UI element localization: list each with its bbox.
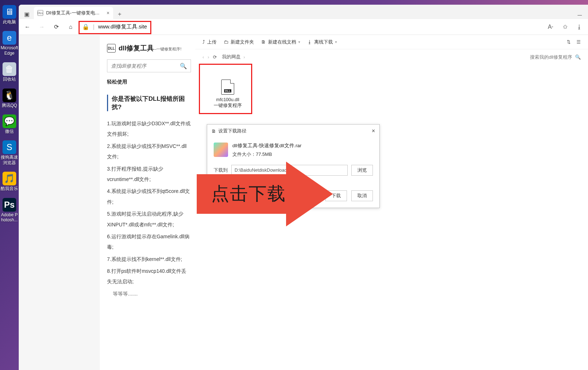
page-content: DLL dll修复工具--一键修复程序! 🔍 轻松使用 你是否被以下DLL报错所…: [19, 35, 588, 370]
upload-icon: ⤴: [202, 39, 205, 45]
app-icon: 🎵: [3, 172, 16, 185]
app-icon: e: [3, 31, 16, 45]
desktop-icon[interactable]: 🐧腾讯QQ: [0, 89, 19, 108]
download-dialog: 🗎 设置下载路径 × dll修复工具-快速修复dll文件.rar 文件大小：77…: [207, 124, 380, 208]
brand-title: dll修复工具: [119, 44, 154, 52]
app-icon: 🖥: [3, 5, 16, 19]
dialog-filename: dll修复工具-快速修复dll文件.rar: [232, 143, 302, 149]
brand-subtitle: --一键修复程序!: [154, 47, 181, 51]
app-label: Adobe Photosh...: [0, 212, 19, 223]
issues-etc: 等等等.......: [107, 291, 191, 297]
home-button[interactable]: ⌂: [64, 21, 77, 33]
new-tab-button[interactable]: ＋: [115, 9, 125, 19]
issue-item: 6.运行游戏时提示存在Gamelink.dll病毒;: [107, 231, 191, 253]
tab-close-icon[interactable]: ×: [107, 10, 110, 16]
app-icon: 💬: [3, 114, 16, 128]
desktop-icon[interactable]: 🎵酷我音乐: [0, 172, 19, 191]
offline-download-button[interactable]: ⭳离线下载▾: [307, 39, 337, 45]
dll-file-icon: DLL: [221, 80, 234, 95]
issue-item: 7.系统提示找不到kernel**.dll文件;: [107, 254, 191, 265]
app-icon: S: [3, 140, 16, 154]
desktop-icon[interactable]: eMicrosoft Edge: [0, 31, 19, 56]
app-label: Microsoft Edge: [0, 45, 19, 56]
bc-refresh-icon[interactable]: ⟳: [213, 54, 217, 60]
refresh-button[interactable]: ⟳: [50, 21, 63, 33]
site-search-input[interactable]: [111, 63, 180, 69]
read-aloud-icon[interactable]: A»: [544, 21, 557, 33]
app-icon: 🐧: [3, 89, 16, 102]
file-grid: DLL mfc100u.dll一键修复程序: [195, 64, 588, 123]
issues-list: 1.玩游戏时提示缺少D3DX**.dll文件或文件损坏;2.系统提示缺少或找不到…: [107, 118, 191, 287]
new-folder-button[interactable]: 🗀新建文件夹: [224, 39, 254, 45]
file-item[interactable]: DLL mfc100u.dll一键修复程序: [202, 69, 254, 118]
sort-icon[interactable]: ⇅: [567, 39, 571, 45]
app-label: 回收站: [3, 77, 16, 82]
folder-icon: 🗀: [224, 39, 228, 45]
issue-item: 8.打开ps软件时msvcp140.dll文件丢失无法启动;: [107, 266, 191, 287]
tab-title: Dll修复工具-一键修复电脑丢失D...: [46, 10, 104, 16]
dialog-titlebar: 🗎 设置下载路径 ×: [207, 125, 379, 137]
chevron-down-icon: ▾: [335, 40, 337, 44]
breadcrumb-path[interactable]: 我的网盘 ›: [222, 54, 245, 60]
app-label: 腾讯QQ: [2, 103, 17, 108]
desktop-icon[interactable]: 🗑回收站: [0, 62, 19, 82]
list-view-icon[interactable]: ☰: [576, 39, 581, 45]
cancel-button[interactable]: 取消: [351, 190, 373, 201]
back-button[interactable]: ←: [21, 21, 34, 33]
left-gutter: [19, 35, 100, 370]
site-left-column: DLL dll修复工具--一键修复程序! 🔍 轻松使用 你是否被以下DLL报错所…: [100, 35, 195, 370]
cloud-toolbar: ⤴上传 🗀新建文件夹 🗎新建在线文档▾ ⭳离线下载▾ ⇅ ☰: [195, 35, 588, 49]
issue-item: 3.打开程序报错,提示缺少vcruntime**.dll文件;: [107, 164, 191, 185]
desktop-icon[interactable]: PsAdobe Photosh...: [0, 198, 19, 223]
site-search[interactable]: 🔍: [107, 59, 191, 72]
url-text: www.dll修复工具.site: [98, 23, 147, 30]
site-brand: DLL dll修复工具--一键修复程序!: [107, 44, 191, 53]
browser-tab[interactable]: DLL Dll修复工具-一键修复电脑丢失D... ×: [34, 7, 113, 19]
downloads-icon[interactable]: ⭳: [573, 21, 586, 33]
browser-window: — ▣ DLL Dll修复工具-一键修复电脑丢失D... × ＋ ← → ⟳ ⌂…: [19, 5, 588, 370]
desktop-icon[interactable]: 🖥此电脑: [0, 5, 19, 24]
desktop-icon[interactable]: S搜狗高速浏览器: [0, 140, 19, 165]
chevron-right-icon: ›: [244, 54, 245, 60]
dialog-close-icon[interactable]: ×: [372, 128, 375, 134]
file-thumbnail-icon: [214, 143, 228, 157]
search-icon[interactable]: 🔍: [180, 63, 187, 69]
download-to-label: 下载到: [214, 167, 228, 173]
dialog-icon: 🗎: [211, 128, 216, 134]
download-icon: ⭳: [307, 39, 312, 45]
tab-bar: ▣ DLL Dll修复工具-一键修复电脑丢失D... × ＋: [19, 5, 588, 19]
section-title: 轻松使用: [107, 79, 191, 85]
browse-button[interactable]: 浏览: [351, 165, 373, 176]
upload-button[interactable]: ⤴上传: [202, 39, 217, 45]
app-icon: Ps: [3, 198, 16, 212]
issue-item: 5.游戏时提示无法启动此程序,缺少XINPUT*.dll或者mfc**.dll文…: [107, 209, 191, 230]
free-space-label: D盘剩余空间：81.35GB: [214, 179, 373, 185]
doc-icon: 🗎: [261, 39, 266, 45]
dialog-filesize: 文件大小：77.5MB: [232, 151, 302, 158]
file-name: mfc100u.dll一键修复程序: [214, 97, 242, 109]
cloud-search[interactable]: 🔍: [525, 54, 581, 60]
issue-item: 4.系统提示缺少或找不到qt5core.dll文件;: [107, 186, 191, 207]
forward-button: →: [35, 21, 48, 33]
tab-favicon: DLL: [37, 10, 43, 16]
app-label: 此电脑: [3, 19, 16, 24]
tab-actions-icon[interactable]: ▣: [21, 9, 32, 19]
bc-forward-icon: ›: [208, 54, 209, 60]
app-label: 微信: [5, 129, 14, 134]
app-icon: 🗑: [3, 62, 16, 76]
issue-item: 2.系统提示缺少或找不到MSVC**.dll文件;: [107, 141, 191, 162]
address-bar: ← → ⟳ ⌂ 🔒 | www.dll修复工具.site A» ✩ ⭳: [19, 19, 588, 35]
search-icon[interactable]: 🔍: [575, 54, 581, 60]
cloud-search-input[interactable]: [525, 54, 572, 60]
url-input[interactable]: 🔒 | www.dll修复工具.site: [79, 21, 543, 33]
chevron-down-icon: ▾: [298, 40, 300, 44]
app-label: 搜狗高速浏览器: [0, 155, 19, 165]
bc-back-icon: ‹: [202, 54, 204, 60]
favorites-icon[interactable]: ✩: [558, 21, 571, 33]
breadcrumb-bar: ‹ › ⟳ 我的网盘 › 🔍: [195, 49, 588, 64]
lock-icon: 🔒: [82, 23, 89, 30]
desktop-icon[interactable]: 💬微信: [0, 114, 19, 134]
new-doc-button[interactable]: 🗎新建在线文档▾: [261, 39, 300, 45]
download-path-input[interactable]: [231, 165, 348, 176]
download-button[interactable]: 下载: [325, 190, 347, 201]
